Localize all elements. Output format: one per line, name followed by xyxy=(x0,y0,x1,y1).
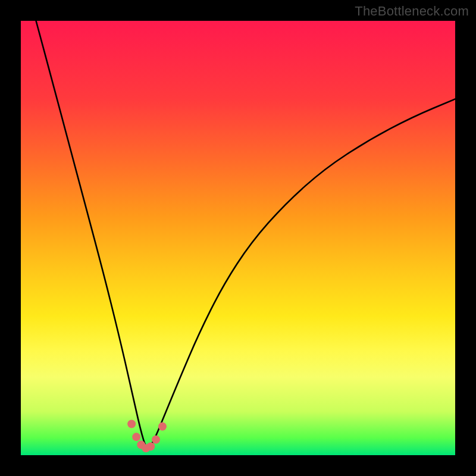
cusp-marker xyxy=(146,442,155,450)
curve-svg xyxy=(21,21,455,455)
cusp-markers-group xyxy=(127,419,167,452)
outer-frame: TheBottleneck.com xyxy=(0,0,476,476)
cusp-marker xyxy=(132,433,140,441)
watermark-text: TheBottleneck.com xyxy=(355,4,469,19)
cusp-marker xyxy=(158,422,167,431)
plot-area xyxy=(21,21,455,455)
bottleneck-curve xyxy=(36,21,455,447)
cusp-marker xyxy=(127,419,136,428)
cusp-marker xyxy=(152,436,160,444)
